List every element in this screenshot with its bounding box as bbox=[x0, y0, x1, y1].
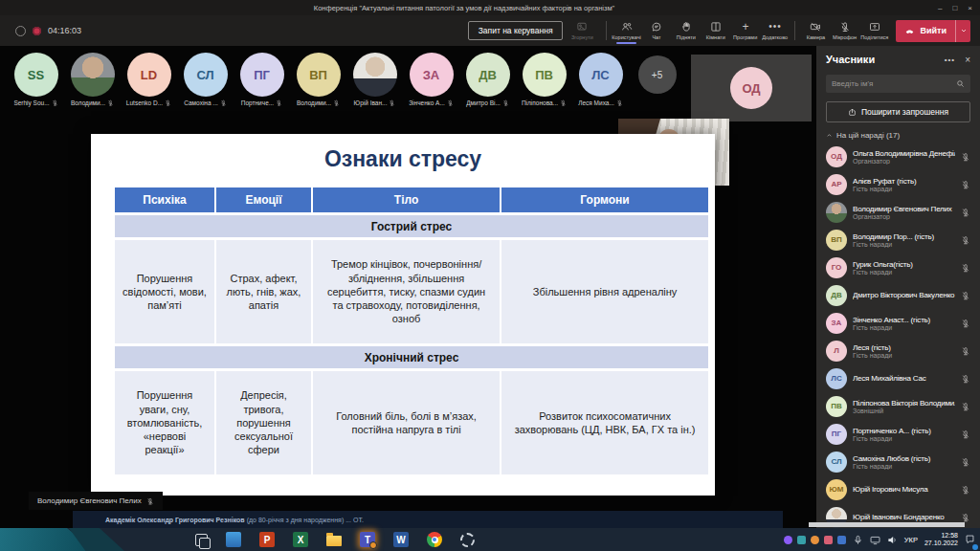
avatar bbox=[826, 202, 847, 223]
leave-options-dropdown[interactable] bbox=[955, 20, 970, 42]
table-section-row: Хронічний стрес bbox=[115, 346, 708, 368]
breakout-rooms-button[interactable]: Кімнати bbox=[701, 19, 730, 43]
window-maximize-button[interactable]: □ bbox=[952, 4, 957, 12]
participant-row[interactable]: ПГ Портниченко А... (гість) Гість наради bbox=[826, 420, 970, 448]
filmstrip-participant[interactable]: Юрій Іван... bbox=[350, 53, 399, 106]
table-header-cell: Тіло bbox=[313, 187, 500, 212]
window-minimize-button[interactable]: – bbox=[938, 4, 942, 12]
camera-toggle-button[interactable]: Камера bbox=[800, 19, 830, 43]
participant-row[interactable]: ОД Ольга Володимирівна Денефіль Організа… bbox=[826, 143, 970, 170]
participants-button[interactable]: Користувачі bbox=[612, 19, 641, 43]
panel-close-button[interactable]: × bbox=[965, 55, 970, 65]
share-invite-button[interactable]: Поширити запрошення bbox=[826, 101, 970, 122]
participant-row[interactable]: ЗА Зінченко Анаст... (гість) Гість нарад… bbox=[826, 309, 970, 337]
stress-table: Психіка Емоції Тіло Гормони Гострий стре… bbox=[115, 187, 708, 474]
share-content-button[interactable]: Поділитися bbox=[859, 19, 889, 43]
filmstrip-participant[interactable]: ДВ Дмитро Ві... bbox=[463, 53, 512, 106]
participant-row[interactable]: ЮМ Юрій Ігорович Мисула bbox=[826, 475, 970, 503]
avatar: ЛС bbox=[579, 53, 623, 97]
filmstrip-participant[interactable]: ПГ Портниче... bbox=[237, 53, 286, 106]
participant-name: Дмитро Вікторович Вакуленко bbox=[853, 291, 955, 299]
filmstrip-participant[interactable]: LD Lutsenko D... bbox=[124, 53, 173, 106]
leave-button[interactable]: Вийти bbox=[896, 20, 970, 42]
participant-search-input[interactable]: Введіть ім'я bbox=[826, 75, 970, 93]
avatar: ЛС bbox=[826, 368, 847, 389]
file-explorer-icon[interactable] bbox=[326, 536, 342, 546]
filmstrip-participant[interactable]: ЗА Зінченко А... bbox=[407, 53, 456, 106]
participant-row[interactable]: АР Алієв Руфат (гість) Гість наради bbox=[826, 170, 970, 198]
participant-row[interactable]: СЛ Самохіна Любов (гість) Гість наради bbox=[826, 448, 970, 475]
powerpoint-icon[interactable]: P bbox=[259, 532, 275, 547]
panel-more-button[interactable]: ••• bbox=[945, 55, 955, 64]
participant-name: Зінченко А... bbox=[409, 99, 445, 106]
participant-row[interactable]: ПВ Піліпонова Вікторія Володими... Зовні… bbox=[826, 392, 970, 420]
avatar: LD bbox=[127, 53, 171, 97]
filmstrip-participant[interactable]: ЛС Леся Миха... bbox=[576, 53, 625, 106]
tray-app-icon[interactable] bbox=[837, 536, 846, 544]
filmstrip-participant[interactable]: ПВ Піліпонова... bbox=[520, 53, 568, 106]
participant-row[interactable]: ДВ Дмитро Вікторович Вакуленко bbox=[826, 281, 970, 309]
raise-hand-button[interactable]: Підняти bbox=[671, 19, 701, 43]
filmstrip-participant[interactable]: +5 bbox=[633, 53, 681, 94]
task-view-icon[interactable] bbox=[195, 534, 208, 546]
search-icon bbox=[956, 79, 965, 88]
start-button[interactable] bbox=[0, 528, 144, 551]
window-share-icon bbox=[576, 21, 588, 33]
settings-gear-icon[interactable] bbox=[460, 533, 475, 547]
participant-name: Леся Михайлівна Сас bbox=[853, 374, 955, 383]
apps-button[interactable]: + Програми bbox=[730, 19, 760, 43]
table-cell-emotions: Депресія, тривога, порушення сексуальної… bbox=[216, 371, 311, 474]
participant-row[interactable]: ЛС Леся Михайлівна Сас bbox=[826, 364, 970, 392]
phone-hangup-icon bbox=[904, 26, 915, 36]
chat-button[interactable]: Чат bbox=[641, 19, 671, 43]
participant-row[interactable]: Володимир Євгенович Пелих Організатор bbox=[826, 198, 970, 226]
microphone-toggle-button[interactable]: Мікрофон bbox=[830, 19, 859, 43]
filmstrip-participant[interactable]: СЛ Самохіна ... bbox=[181, 53, 230, 106]
microphone-tray-icon[interactable] bbox=[853, 535, 863, 545]
participant-name: Леся (гість) bbox=[853, 343, 955, 352]
participant-role: Організатор bbox=[853, 158, 955, 165]
mic-off-icon bbox=[961, 374, 970, 384]
mic-off-icon bbox=[333, 99, 340, 106]
excel-icon[interactable]: X bbox=[293, 532, 308, 547]
language-indicator[interactable]: УКР bbox=[904, 536, 918, 544]
chat-icon bbox=[651, 21, 662, 33]
slide-title: Ознаки стресу bbox=[91, 146, 715, 172]
participant-row[interactable]: Л Леся (гість) Гість наради bbox=[826, 337, 970, 364]
notification-center-icon[interactable] bbox=[965, 531, 975, 548]
participant-row[interactable]: ГО Гурик Ольга(гість) Гість наради bbox=[826, 253, 970, 281]
participant-name: Алієв Руфат (гість) bbox=[853, 177, 955, 186]
taskbar-clock[interactable]: 12:58 27.10.2022 bbox=[924, 532, 958, 548]
teams-icon-active[interactable]: T bbox=[360, 532, 375, 547]
participants-panel: Учасники ••• × Введіть ім'я Поширити зап… bbox=[816, 46, 980, 528]
request-control-button[interactable]: Запит на керування bbox=[468, 21, 564, 40]
participant-name: Гурик Ольга(гість) bbox=[853, 260, 955, 269]
avatar bbox=[353, 53, 397, 97]
mic-off-icon bbox=[839, 21, 851, 33]
participant-row[interactable]: ВП Володимир Пор... (гість) Гість наради bbox=[826, 226, 970, 253]
mic-off-icon bbox=[961, 291, 970, 300]
participant-role: Гість наради bbox=[853, 463, 955, 470]
tray-app-icon[interactable] bbox=[797, 536, 806, 544]
word-icon[interactable]: W bbox=[393, 532, 409, 547]
in-meeting-section-header[interactable]: На цій нараді (17) bbox=[826, 131, 970, 140]
app-icon-blue[interactable] bbox=[226, 532, 241, 547]
tray-app-icon[interactable] bbox=[824, 536, 833, 544]
network-tray-icon[interactable] bbox=[870, 535, 880, 545]
more-actions-button[interactable]: ••• Додатково bbox=[760, 19, 790, 43]
window-titlebar: Конференція "Актуальні питання патології… bbox=[0, 0, 980, 15]
mic-off-icon bbox=[220, 99, 227, 106]
chrome-icon[interactable] bbox=[427, 532, 442, 547]
taskbar-time: 12:58 bbox=[924, 532, 958, 540]
mic-off-icon bbox=[961, 180, 970, 189]
window-close-button[interactable]: × bbox=[968, 4, 972, 12]
tray-app-icon[interactable] bbox=[811, 536, 819, 544]
filmstrip-participant[interactable]: SS Serhiy Sou... bbox=[11, 53, 60, 106]
tray-app-icon[interactable] bbox=[784, 536, 792, 544]
video-tile-od[interactable]: ОД bbox=[691, 55, 812, 121]
filmstrip-participant[interactable]: ВП Володими... bbox=[294, 53, 343, 106]
filmstrip-participant[interactable]: Володими... bbox=[68, 53, 117, 106]
mic-off-icon bbox=[961, 319, 970, 328]
toolbar-divider bbox=[606, 21, 607, 40]
volume-tray-icon[interactable] bbox=[887, 535, 898, 545]
